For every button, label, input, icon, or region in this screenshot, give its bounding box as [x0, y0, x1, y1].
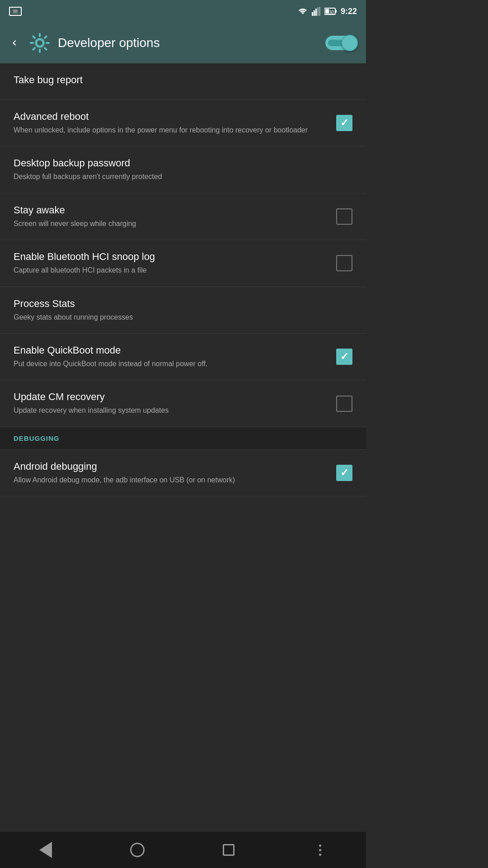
settings-item-desktop-backup-password[interactable]: Desktop backup password Desktop full bac…: [0, 146, 366, 193]
signal-icon: [312, 7, 321, 16]
settings-item-title: Update CM recovery: [14, 391, 327, 403]
gear-icon: [29, 32, 51, 54]
settings-item-content: Android debugging Allow Android debug mo…: [14, 461, 336, 485]
more-icon: [319, 844, 321, 856]
advanced-reboot-checkbox[interactable]: [336, 115, 352, 131]
recent-icon: [223, 844, 235, 856]
settings-item-subtitle: Capture all bluetooth HCI packets in a f…: [14, 265, 327, 275]
update-cm-recovery-checkbox[interactable]: [336, 396, 352, 412]
svg-rect-4: [319, 7, 320, 16]
home-icon: [130, 843, 145, 857]
settings-item-title: Advanced reboot: [14, 111, 327, 123]
back-button[interactable]: [32, 836, 59, 863]
settings-item-title: Enable Bluetooth HCI snoop log: [14, 251, 327, 263]
navigation-bar: [0, 832, 366, 868]
svg-point-9: [36, 39, 43, 47]
settings-item-content: Update CM recovery Update recovery when …: [14, 391, 336, 415]
android-debugging-checkbox[interactable]: [336, 465, 352, 481]
settings-item-subtitle: Put device into QuickBoot mode instead o…: [14, 359, 327, 369]
stay-awake-checkbox[interactable]: [336, 208, 352, 225]
svg-rect-3: [317, 7, 319, 16]
recent-apps-button[interactable]: [215, 836, 242, 863]
wifi-icon: [297, 7, 308, 16]
status-bar-left: [9, 7, 22, 16]
settings-item-title: Stay awake: [14, 204, 327, 216]
settings-item-content: Take bug report: [14, 74, 352, 89]
settings-item-subtitle: When unlocked, include options in the po…: [14, 125, 327, 135]
status-icons: 30 9:22: [297, 7, 357, 16]
settings-list: Take bug report Advanced reboot When unl…: [0, 63, 366, 496]
settings-item-quickboot[interactable]: Enable QuickBoot mode Put device into Qu…: [0, 334, 366, 380]
status-time: 9:22: [341, 7, 357, 16]
toggle-switch-track[interactable]: [325, 36, 357, 50]
home-button[interactable]: [124, 836, 151, 863]
settings-item-stay-awake[interactable]: Stay awake Screen will never sleep while…: [0, 193, 366, 240]
svg-rect-0: [312, 12, 313, 16]
settings-item-content: Advanced reboot When unlocked, include o…: [14, 111, 336, 135]
status-bar: 30 9:22: [0, 0, 366, 23]
settings-item-subtitle: Geeky stats about running processes: [14, 312, 343, 322]
battery-icon: 30: [324, 7, 337, 15]
back-icon: [39, 842, 52, 858]
section-header-debugging: DEBUGGING: [0, 427, 366, 450]
settings-item-subtitle: Screen will never sleep while charging: [14, 219, 327, 229]
svg-rect-2: [315, 9, 317, 16]
screenshot-icon: [9, 7, 22, 16]
quickboot-checkbox[interactable]: [336, 349, 352, 365]
svg-text:30: 30: [329, 10, 334, 15]
app-header: Developer options: [0, 23, 366, 63]
page-title: Developer options: [58, 36, 160, 50]
settings-item-process-stats[interactable]: Process Stats Geeky stats about running …: [0, 287, 366, 334]
settings-item-subtitle: Allow Android debug mode, the adb interf…: [14, 475, 327, 485]
svg-rect-1: [314, 10, 315, 16]
header-left: Developer options: [9, 32, 160, 54]
settings-item-bluetooth-hci[interactable]: Enable Bluetooth HCI snoop log Capture a…: [0, 240, 366, 287]
settings-item-subtitle: Update recovery when installing system u…: [14, 406, 327, 415]
more-options-button[interactable]: [307, 836, 334, 863]
bluetooth-hci-checkbox[interactable]: [336, 255, 352, 271]
developer-options-toggle[interactable]: [325, 36, 357, 50]
settings-item-subtitle: Desktop full backups aren't currently pr…: [14, 172, 343, 182]
settings-item-title: Process Stats: [14, 298, 343, 310]
settings-item-content: Enable Bluetooth HCI snoop log Capture a…: [14, 251, 336, 275]
settings-item-android-debugging[interactable]: Android debugging Allow Android debug mo…: [0, 450, 366, 496]
settings-item-content: Stay awake Screen will never sleep while…: [14, 204, 336, 229]
section-header-title: DEBUGGING: [14, 434, 352, 442]
settings-item-title: Take bug report: [14, 74, 343, 86]
settings-item-update-cm-recovery[interactable]: Update CM recovery Update recovery when …: [0, 380, 366, 427]
svg-rect-6: [335, 10, 337, 13]
settings-item-advanced-reboot[interactable]: Advanced reboot When unlocked, include o…: [0, 100, 366, 146]
settings-item-title: Enable QuickBoot mode: [14, 344, 327, 356]
settings-item-title: Desktop backup password: [14, 157, 343, 169]
svg-rect-7: [325, 9, 329, 14]
back-arrow-icon[interactable]: [9, 38, 20, 48]
settings-item-title: Android debugging: [14, 461, 327, 472]
settings-item-content: Desktop backup password Desktop full bac…: [14, 157, 352, 182]
settings-item-content: Process Stats Geeky stats about running …: [14, 298, 352, 322]
settings-item-content: Enable QuickBoot mode Put device into Qu…: [14, 344, 336, 369]
settings-item-take-bug-report[interactable]: Take bug report: [0, 63, 366, 100]
